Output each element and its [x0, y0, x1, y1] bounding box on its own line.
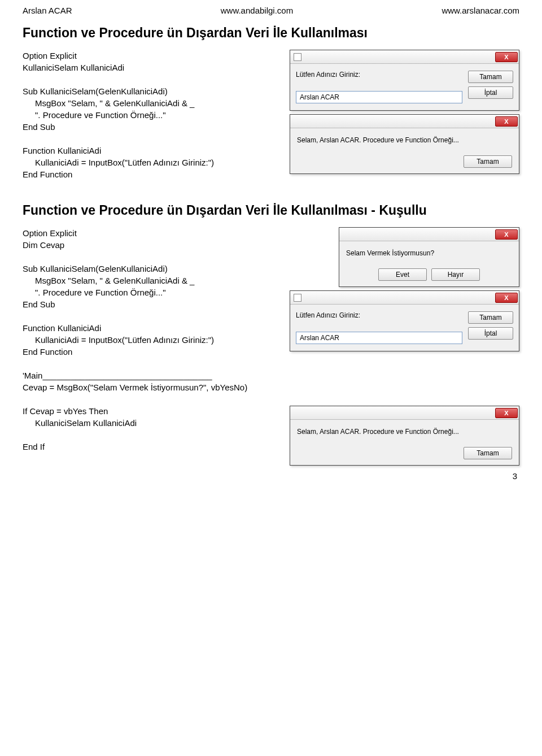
- section1-dialogs: X Lütfen Adınızı Giriniz: Tamam İptal X: [290, 50, 519, 180]
- msgbox-message: Selam, Arslan ACAR. Procedure ve Functio…: [297, 136, 512, 144]
- code-line: ". Procedure ve Function Örneği...": [23, 109, 279, 121]
- code-line: End Sub: [23, 298, 279, 310]
- close-button[interactable]: X: [495, 229, 518, 240]
- section1-code: Option Explicit KullaniciSelam Kullanici…: [23, 50, 279, 180]
- site-2: www.arslanacar.com: [442, 6, 519, 15]
- inputbox-dialog: X Lütfen Adınızı Giriniz: Tamam İptal: [290, 290, 519, 351]
- code-line: Sub KullaniciSelam(GelenKullaniciAdi): [23, 263, 279, 275]
- code-line: ". Procedure ve Function Örneği...": [23, 286, 279, 298]
- page-header: Arslan ACAR www.andabilgi.com www.arslan…: [23, 6, 519, 15]
- msgbox-dialog: X Selam, Arslan ACAR. Procedure ve Funct…: [290, 406, 519, 466]
- code-line: End If: [23, 441, 279, 453]
- code-line: End Function: [23, 346, 279, 358]
- name-input[interactable]: [296, 91, 462, 103]
- code-line: Cevap = MsgBox("Selam Vermek İstiyormusu…: [23, 381, 279, 393]
- close-button[interactable]: X: [495, 116, 518, 127]
- section1: Option Explicit KullaniciSelam Kullanici…: [23, 50, 519, 180]
- code-line: KullaniciSelam KullaniciAdi: [23, 417, 279, 429]
- yesno-dialog: X Selam Vermek İstiyormusun? Evet Hayır: [339, 227, 519, 287]
- ok-button[interactable]: Tamam: [464, 155, 512, 168]
- titlebar: X: [290, 115, 519, 128]
- author-name: Arslan ACAR: [23, 6, 72, 15]
- yes-button[interactable]: Evet: [378, 268, 427, 281]
- window-icon: [294, 294, 301, 302]
- code-line: Dim Cevap: [23, 239, 279, 251]
- code-line: End Sub: [23, 121, 279, 133]
- yesno-message: Selam Vermek İstiyormusun?: [346, 249, 512, 257]
- code-line: Function KullaniciAdi: [23, 145, 279, 157]
- input-prompt: Lütfen Adınızı Giriniz:: [296, 71, 462, 79]
- code-line: Function KullaniciAdi: [23, 322, 279, 334]
- close-icon: X: [504, 410, 508, 416]
- code-line: If Cevap = vbYes Then: [23, 405, 279, 417]
- titlebar: X: [339, 228, 519, 241]
- section2-title: Function ve Procedure ün Dışardan Veri İ…: [23, 203, 519, 218]
- input-prompt: Lütfen Adınızı Giriniz:: [296, 311, 462, 319]
- close-icon: X: [504, 54, 508, 60]
- ok-button[interactable]: Tamam: [464, 447, 512, 459]
- section2-code: Option Explicit Dim Cevap Sub KullaniciS…: [23, 227, 279, 466]
- name-input[interactable]: [296, 332, 462, 344]
- close-button[interactable]: X: [495, 52, 518, 62]
- close-icon: X: [504, 118, 508, 125]
- close-button[interactable]: X: [495, 408, 518, 418]
- site-1: www.andabilgi.com: [221, 6, 293, 15]
- code-line: MsgBox "Selam, " & GelenKullaniciAdi & _: [23, 275, 279, 286]
- no-button[interactable]: Hayır: [431, 268, 480, 281]
- cancel-button[interactable]: İptal: [468, 86, 513, 99]
- code-line: End Function: [23, 168, 279, 180]
- code-line: 'Main___________________________________…: [23, 370, 279, 381]
- window-icon: [294, 53, 301, 61]
- cancel-button[interactable]: İptal: [468, 327, 513, 340]
- titlebar: X: [290, 406, 519, 420]
- section2-dialogs: X Selam Vermek İstiyormusun? Evet Hayır …: [290, 227, 519, 466]
- code-line: Option Explicit: [23, 50, 279, 62]
- ok-button[interactable]: Tamam: [468, 311, 513, 324]
- msgbox-message: Selam, Arslan ACAR. Procedure ve Functio…: [297, 428, 512, 436]
- code-line: KullaniciSelam KullaniciAdi: [23, 62, 279, 73]
- titlebar: X: [290, 291, 519, 305]
- close-button[interactable]: X: [495, 293, 518, 303]
- inputbox-dialog: X Lütfen Adınızı Giriniz: Tamam İptal: [290, 50, 519, 111]
- titlebar: X: [290, 50, 519, 64]
- code-line: MsgBox "Selam, " & GelenKullaniciAdi & _: [23, 97, 279, 109]
- close-icon: X: [504, 294, 508, 301]
- section1-title: Function ve Procedure ün Dışardan Veri İ…: [23, 25, 519, 41]
- code-line: Sub KullaniciSelam(GelenKullaniciAdi): [23, 85, 279, 97]
- msgbox-dialog: X Selam, Arslan ACAR. Procedure ve Funct…: [290, 114, 519, 174]
- code-line: KullaniciAdi = InputBox("Lütfen Adınızı …: [23, 157, 279, 168]
- code-line: Option Explicit: [23, 227, 279, 239]
- page-number: 3: [23, 471, 519, 481]
- code-line: KullaniciAdi = InputBox("Lütfen Adınızı …: [23, 334, 279, 346]
- ok-button[interactable]: Tamam: [468, 71, 513, 83]
- section2: Option Explicit Dim Cevap Sub KullaniciS…: [23, 227, 519, 466]
- close-icon: X: [504, 231, 508, 238]
